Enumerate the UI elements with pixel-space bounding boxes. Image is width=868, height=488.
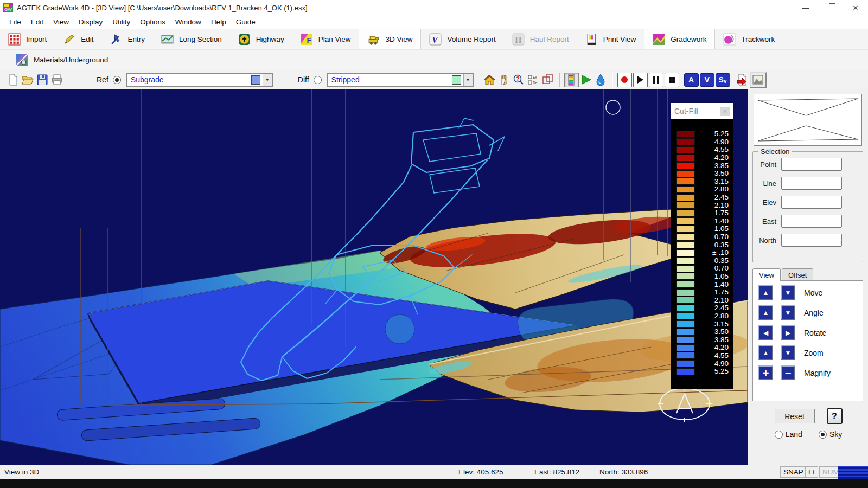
- legend-title-bar[interactable]: Cut-Fill ✕: [671, 103, 733, 119]
- east-field[interactable]: [781, 215, 842, 228]
- save-button[interactable]: [35, 73, 49, 87]
- restore-button[interactable]: [818, 0, 843, 15]
- legend-value: 2.45: [695, 304, 731, 312]
- elev-field[interactable]: [781, 196, 842, 209]
- legend-row: ± .10: [676, 249, 731, 257]
- play-button[interactable]: [633, 73, 648, 87]
- menu-view[interactable]: View: [48, 16, 74, 28]
- legend-value: 0.35: [695, 241, 731, 249]
- radio-land[interactable]: Land: [775, 430, 802, 439]
- menu-edit[interactable]: Edit: [26, 16, 48, 28]
- menu-utility[interactable]: Utility: [107, 16, 135, 28]
- toolbar-button-edit[interactable]: Edit: [55, 29, 101, 49]
- export-pdf-button[interactable]: [735, 73, 750, 87]
- zoom-up-button[interactable]: ▲: [758, 345, 773, 360]
- save-video-button[interactable]: Sv: [716, 73, 730, 87]
- move-down-button[interactable]: ▼: [781, 285, 795, 300]
- svg-text:H: H: [515, 35, 521, 44]
- fly-through-button[interactable]: [579, 73, 593, 87]
- legend-close-icon[interactable]: ✕: [720, 107, 730, 116]
- menu-guide[interactable]: Guide: [231, 16, 260, 28]
- snap-toggle[interactable]: SNAP: [780, 466, 807, 478]
- ref-radio[interactable]: [113, 76, 121, 84]
- elevation-labels-button[interactable]: ExDe: [526, 73, 541, 87]
- land-radio-icon[interactable]: [775, 431, 783, 439]
- close-button[interactable]: ✕: [843, 0, 868, 15]
- water-drop-button[interactable]: [593, 73, 608, 87]
- stop-button[interactable]: [665, 73, 679, 87]
- toolbar-button-materials-underground[interactable]: Materials/Underground: [8, 54, 116, 66]
- menu-bar: FileEditViewDisplayUtilityOptionsWindowH…: [0, 15, 868, 29]
- record-button[interactable]: [617, 73, 632, 87]
- diff-surface-select[interactable]: Stripped ▼: [327, 73, 474, 87]
- magnify-minus-button[interactable]: −: [781, 365, 795, 380]
- legend-swatch: [676, 289, 695, 296]
- menu-window[interactable]: Window: [170, 16, 206, 28]
- video-button[interactable]: V: [700, 73, 714, 87]
- sky-radio-icon[interactable]: [819, 431, 827, 439]
- home-view-button[interactable]: [482, 73, 497, 87]
- new-file-button[interactable]: [5, 73, 20, 87]
- sky-radio-label: Sky: [829, 430, 842, 439]
- toolbar-button-highway[interactable]: Highway: [230, 29, 292, 49]
- diff-radio[interactable]: [314, 76, 322, 84]
- minimize-button[interactable]: —: [793, 0, 818, 15]
- toolbar-button-long-section[interactable]: Long Section: [153, 29, 230, 49]
- zoom-query-button[interactable]: ?: [512, 73, 526, 87]
- toolbar-button-gradework[interactable]: Gradework: [644, 29, 715, 49]
- angle-up-button[interactable]: ▲: [758, 305, 773, 320]
- toolbar-button-trackwork[interactable]: Trackwork: [715, 29, 783, 49]
- toolbar-button-plan-view[interactable]: FPlan View: [292, 29, 359, 49]
- rotate-right-button[interactable]: ▶: [781, 325, 795, 340]
- svg-text:F: F: [307, 36, 311, 44]
- menu-help[interactable]: Help: [206, 16, 231, 28]
- resize-grip[interactable]: [838, 466, 868, 479]
- toolbar-button-print-view[interactable]: Print View: [577, 29, 644, 49]
- magnify-plus-button[interactable]: +: [758, 365, 773, 380]
- 3d-viewport[interactable]: Cut-Fill ✕ 5.254.904.554.203.853.503.152…: [0, 89, 748, 465]
- toolbar-button-haul-report[interactable]: HHaul Report: [504, 29, 577, 49]
- selection-row-line: Line: [757, 177, 858, 190]
- svg-text:Ex: Ex: [533, 75, 537, 79]
- help-button[interactable]: ?: [827, 408, 843, 424]
- line-field[interactable]: [781, 177, 842, 190]
- zoom-down-button[interactable]: ▼: [781, 345, 795, 360]
- pan-hand-button[interactable]: [497, 73, 512, 87]
- toolbar-button-entry[interactable]: Entry: [102, 29, 154, 49]
- reset-button[interactable]: Reset: [775, 409, 815, 423]
- toolbar-button-3d-view[interactable]: 3D View: [359, 29, 421, 49]
- print-button[interactable]: [49, 73, 64, 87]
- legend-row: 3.85: [676, 162, 731, 170]
- open-file-button[interactable]: [20, 73, 35, 87]
- orientation-preview[interactable]: [754, 94, 862, 146]
- svg-text:?: ?: [516, 76, 520, 82]
- toolbar-button-import[interactable]: Import: [0, 29, 55, 49]
- point-field[interactable]: [781, 158, 842, 171]
- overlay-regions-button[interactable]: [541, 73, 556, 87]
- toolbar-button-volume-report[interactable]: VVolume Report: [421, 29, 503, 49]
- radio-sky[interactable]: Sky: [819, 430, 842, 439]
- legend-row: 2.80: [676, 185, 731, 194]
- tab-offset[interactable]: Offset: [782, 268, 813, 281]
- legend-row: 4.90: [676, 359, 731, 368]
- point-label: Point: [757, 160, 781, 169]
- annotate-button[interactable]: A: [684, 73, 699, 87]
- move-up-button[interactable]: ▲: [758, 285, 773, 300]
- diff-dropdown-arrow-icon[interactable]: ▼: [463, 74, 473, 86]
- menu-file[interactable]: File: [4, 16, 26, 28]
- angle-down-button[interactable]: ▼: [781, 305, 795, 320]
- edit-icon: [63, 33, 75, 46]
- ref-dropdown-arrow-icon[interactable]: ▼: [263, 74, 272, 86]
- north-field[interactable]: [781, 234, 842, 247]
- unit-toggle[interactable]: Ft: [805, 466, 818, 478]
- tab-view[interactable]: View: [752, 268, 781, 281]
- angle-label: Angle: [804, 309, 824, 317]
- menu-options[interactable]: Options: [135, 16, 170, 28]
- color-scale-button[interactable]: [564, 73, 579, 87]
- rotate-left-button[interactable]: ◀: [758, 325, 773, 340]
- ref-surface-select[interactable]: Subgrade ▼: [126, 73, 273, 87]
- snapshot-image-button[interactable]: [750, 72, 767, 88]
- north-label: North: [757, 236, 781, 245]
- menu-display[interactable]: Display: [74, 16, 107, 28]
- pause-button[interactable]: [649, 73, 663, 87]
